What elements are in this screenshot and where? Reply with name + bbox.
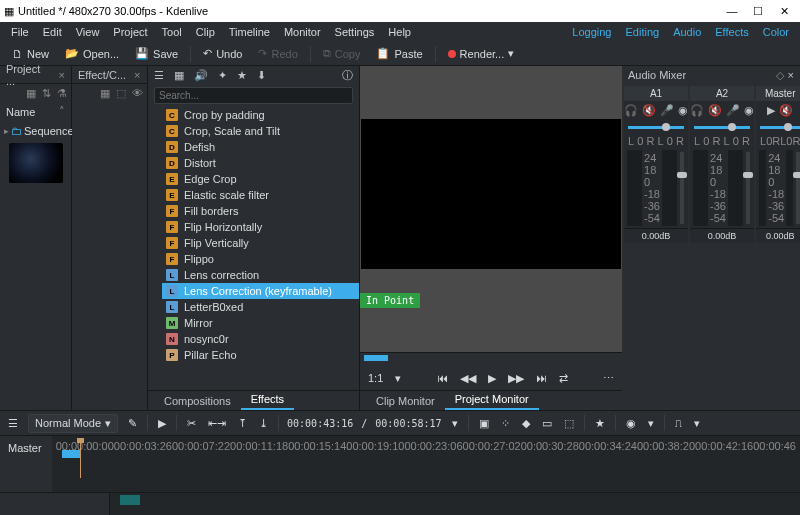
layout-effects[interactable]: Effects bbox=[708, 24, 755, 40]
overwrite-icon[interactable]: ⤓ bbox=[257, 417, 270, 430]
timeline-zone[interactable] bbox=[62, 450, 80, 458]
forward-icon[interactable]: ▶▶ bbox=[506, 372, 526, 385]
mixer-icon[interactable]: ⎍ bbox=[673, 417, 684, 429]
new-button[interactable]: 🗋New bbox=[6, 46, 55, 62]
effect-item[interactable]: CCrop by padding bbox=[162, 107, 359, 123]
effect-item[interactable]: FFlip Vertically bbox=[162, 235, 359, 251]
effect-item[interactable]: EElastic scale filter bbox=[162, 187, 359, 203]
effect-item[interactable]: FFill borders bbox=[162, 203, 359, 219]
menu-edit[interactable]: Edit bbox=[36, 24, 69, 40]
paste-button[interactable]: 📋Paste bbox=[370, 45, 428, 62]
effects-stack-tab[interactable]: Effect/C...× bbox=[72, 66, 147, 84]
pan-slider[interactable] bbox=[760, 122, 800, 132]
menu-file[interactable]: File bbox=[4, 24, 36, 40]
channel-ctrl-icon[interactable]: 🎤 bbox=[660, 104, 674, 117]
volume-slider[interactable] bbox=[680, 152, 684, 224]
channel-ctrl-icon[interactable]: ▶ bbox=[767, 104, 775, 117]
effect-item[interactable]: Nnosync0r bbox=[162, 331, 359, 347]
maximize-button[interactable]: ☐ bbox=[752, 5, 764, 18]
volume-slider[interactable] bbox=[796, 152, 800, 224]
monitor-ruler[interactable] bbox=[360, 352, 622, 366]
chevron-down-icon[interactable]: ▾ bbox=[692, 417, 702, 430]
layout-color[interactable]: Color bbox=[756, 24, 796, 40]
link-icon[interactable]: ⬚ bbox=[116, 87, 126, 100]
effect-item[interactable]: FFlip Horizontally bbox=[162, 219, 359, 235]
menu-icon[interactable]: ☰ bbox=[154, 69, 164, 82]
project-bin-tab[interactable]: Project ...× bbox=[0, 66, 71, 84]
close-icon[interactable]: × bbox=[788, 69, 794, 81]
channel-label[interactable]: Master bbox=[756, 86, 800, 101]
wand-icon[interactable]: ✦ bbox=[218, 69, 227, 82]
close-button[interactable]: ✕ bbox=[778, 5, 790, 18]
channel-ctrl-icon[interactable]: ◉ bbox=[678, 104, 688, 117]
effect-item[interactable]: LLens Correction (keyframable) bbox=[162, 283, 359, 299]
menu-tool[interactable]: Tool bbox=[155, 24, 189, 40]
menu-clip[interactable]: Clip bbox=[189, 24, 222, 40]
effect-item[interactable]: FFlippo bbox=[162, 251, 359, 267]
cut-icon[interactable]: ✂ bbox=[185, 417, 198, 430]
tab-compositions[interactable]: Compositions bbox=[154, 392, 241, 410]
timeline-ruler[interactable]: 00:00:00:0000:00:03:2600:00:07:2200:00:1… bbox=[52, 436, 800, 492]
edit-mode-dropdown[interactable]: Normal Mode▾ bbox=[28, 414, 118, 433]
effect-item[interactable]: PPillar Echo bbox=[162, 347, 359, 363]
channel-ctrl-icon[interactable]: 🔇 bbox=[779, 104, 793, 117]
channel-ctrl-icon[interactable]: 🎧 bbox=[624, 104, 638, 117]
channel-ctrl-icon[interactable]: 🔇 bbox=[642, 104, 656, 117]
menu-help[interactable]: Help bbox=[381, 24, 418, 40]
rewind-icon[interactable]: ◀◀ bbox=[458, 372, 478, 385]
sort-icon[interactable]: ⇅ bbox=[42, 87, 51, 100]
guides-icon[interactable]: ◆ bbox=[520, 417, 532, 430]
channel-db[interactable]: 0.00dB bbox=[690, 228, 754, 243]
channel-ctrl-icon[interactable]: ◉ bbox=[744, 104, 754, 117]
effects-list[interactable]: CCrop by paddingCCrop, Scale and TiltDDe… bbox=[148, 107, 359, 390]
play-icon[interactable]: ▶ bbox=[156, 417, 168, 430]
zone-icon[interactable]: ⇄ bbox=[557, 372, 570, 385]
chevron-down-icon[interactable]: ▾ bbox=[393, 372, 403, 385]
menu-timeline[interactable]: Timeline bbox=[222, 24, 277, 40]
close-icon[interactable]: × bbox=[134, 69, 140, 81]
play-icon[interactable]: ▶ bbox=[486, 372, 498, 385]
skip-forward-icon[interactable]: ⏭ bbox=[534, 372, 549, 384]
layout-editing[interactable]: Editing bbox=[618, 24, 666, 40]
track-header[interactable] bbox=[0, 493, 110, 515]
layout-audio[interactable]: Audio bbox=[666, 24, 708, 40]
monitor-ratio[interactable]: 1:1 bbox=[366, 372, 385, 384]
snap-icon[interactable]: ⁘ bbox=[499, 417, 512, 430]
tree-item-sequences[interactable]: ▸ 🗀 Sequences bbox=[4, 123, 67, 139]
channel-label[interactable]: A2 bbox=[690, 86, 754, 101]
channel-ctrl-icon[interactable]: 🎧 bbox=[690, 104, 704, 117]
effect-item[interactable]: LLetterB0xed bbox=[162, 299, 359, 315]
download-icon[interactable]: ⬇ bbox=[257, 69, 266, 82]
save-button[interactable]: 💾Save bbox=[129, 45, 184, 62]
undo-button[interactable]: ↶Undo bbox=[197, 45, 248, 62]
view-icon[interactable]: ▦ bbox=[26, 87, 36, 100]
playhead[interactable] bbox=[80, 438, 81, 478]
master-track-label[interactable]: Master bbox=[0, 436, 52, 460]
marker-icon[interactable]: ▣ bbox=[477, 417, 491, 430]
menu-monitor[interactable]: Monitor bbox=[277, 24, 328, 40]
effect-item[interactable]: EEdge Crop bbox=[162, 171, 359, 187]
favorite-icon[interactable]: ★ bbox=[593, 417, 607, 430]
redo-button[interactable]: ↷Redo bbox=[252, 45, 303, 62]
tab-effects[interactable]: Effects bbox=[241, 390, 294, 410]
pan-slider[interactable] bbox=[694, 122, 750, 132]
channel-ctrl-icon[interactable]: 🎤 bbox=[726, 104, 740, 117]
effect-item[interactable]: DDefish bbox=[162, 139, 359, 155]
effect-item[interactable]: CCrop, Scale and Tilt bbox=[162, 123, 359, 139]
channel-ctrl-icon[interactable]: 🔇 bbox=[708, 104, 722, 117]
menu-settings[interactable]: Settings bbox=[328, 24, 382, 40]
layout-logging[interactable]: Logging bbox=[565, 24, 618, 40]
tab-project-monitor[interactable]: Project Monitor bbox=[445, 390, 539, 410]
insert-icon[interactable]: ⤒ bbox=[236, 417, 249, 430]
bin-name-header[interactable]: Name˄ bbox=[0, 102, 71, 121]
skip-back-icon[interactable]: ⏮ bbox=[435, 372, 450, 384]
filter-icon[interactable]: ⚗ bbox=[57, 87, 67, 100]
tool-icon[interactable]: ✎ bbox=[126, 417, 139, 430]
effects-search-input[interactable] bbox=[154, 87, 353, 104]
hamburger-icon[interactable]: ☰ bbox=[6, 417, 20, 430]
sound-icon[interactable]: 🔊 bbox=[194, 69, 208, 82]
zone-icon[interactable]: ⬚ bbox=[562, 417, 576, 430]
grid-icon[interactable]: ▦ bbox=[174, 69, 184, 82]
channel-label[interactable]: A1 bbox=[624, 86, 688, 101]
minimize-button[interactable]: — bbox=[726, 5, 738, 18]
